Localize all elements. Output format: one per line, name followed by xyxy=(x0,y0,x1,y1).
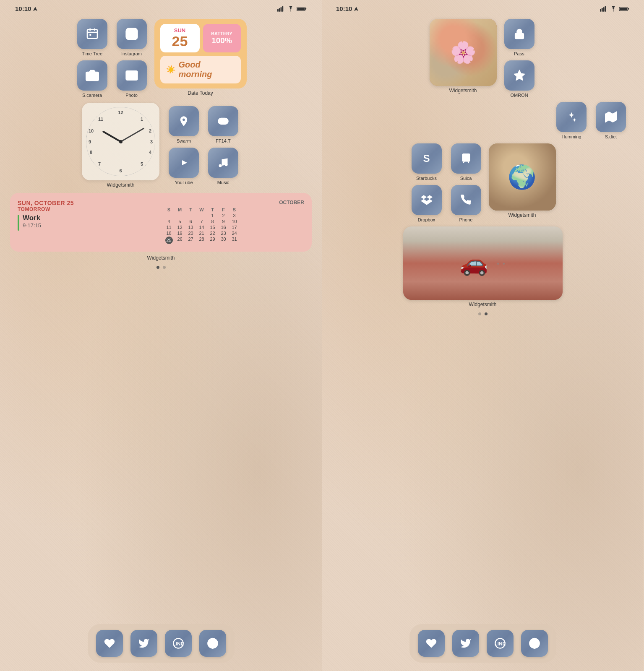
star-icon xyxy=(514,70,525,81)
time-tree-icon[interactable] xyxy=(77,19,107,49)
suica-icon[interactable] xyxy=(451,143,481,174)
battery-icon-right xyxy=(619,6,629,11)
clock-minute-hand xyxy=(120,127,145,142)
globe-icon-left xyxy=(207,637,219,649)
omron-label: OMRON xyxy=(510,93,528,98)
music-icon[interactable] xyxy=(208,148,238,178)
clock-num-10: 10 xyxy=(89,128,94,133)
music-wrapper[interactable]: Music xyxy=(206,148,240,185)
dropbox-wrapper[interactable]: Dropbox xyxy=(410,185,443,222)
widgetsmith-globe-widget[interactable]: 🌍 xyxy=(489,143,556,211)
widgetsmith-car-widget[interactable]: 🚗 ● ● xyxy=(403,226,563,300)
dock-line-left[interactable]: LINE xyxy=(165,630,192,657)
svg-point-15 xyxy=(129,31,134,36)
svg-point-36 xyxy=(613,10,614,11)
widgetsmith-flower-widget[interactable]: 🌸 xyxy=(430,19,497,86)
dock-safari-left[interactable] xyxy=(199,630,226,657)
svg-rect-35 xyxy=(605,6,606,12)
time-left: 10:10 xyxy=(15,5,31,12)
youtube-wrapper[interactable]: YouTube xyxy=(167,148,201,185)
starbucks-icon[interactable]: S xyxy=(412,143,442,174)
svg-rect-32 xyxy=(600,9,601,11)
dock-safari-right[interactable] xyxy=(521,630,548,657)
clock-num-8: 8 xyxy=(90,150,92,155)
svg-rect-19 xyxy=(218,118,228,124)
cal-event-title: Work xyxy=(23,214,41,222)
gamepad-icon xyxy=(217,115,229,127)
swarm-icon[interactable] xyxy=(169,106,199,136)
ff14-wrapper[interactable]: FF14.T xyxy=(206,106,240,143)
instagram-icon[interactable] xyxy=(117,19,147,49)
gm-icon: ☀️ xyxy=(166,65,175,74)
humming-wrapper[interactable]: Humming xyxy=(555,102,588,139)
right-phone-screen: 10:10 xyxy=(322,0,644,671)
svg-rect-7 xyxy=(297,8,305,10)
instagram-glyph xyxy=(125,27,138,41)
suica-label: Suica xyxy=(460,176,472,181)
dock-heart-right[interactable] xyxy=(418,630,445,657)
sdiet-label: S.diet xyxy=(605,134,617,139)
omron-icon[interactable] xyxy=(504,60,534,91)
svg-point-23 xyxy=(225,120,226,120)
clock-num-5: 5 xyxy=(141,161,143,166)
pass-label: Pass xyxy=(514,51,524,56)
dock-line-right[interactable]: LINE xyxy=(487,630,514,657)
svg-marker-42 xyxy=(605,112,616,122)
photo-label: Photo xyxy=(125,93,138,98)
sparkle-icon xyxy=(566,111,577,123)
dock-twitter-right[interactable] xyxy=(452,630,479,657)
photo-icon[interactable] xyxy=(117,60,147,91)
page-dot-1 xyxy=(156,266,159,269)
svg-rect-2 xyxy=(281,7,282,12)
cal-event-bar xyxy=(18,215,19,231)
heart-icon-left xyxy=(104,637,115,649)
dock-twitter-left[interactable] xyxy=(130,630,157,657)
page-dot-r1 xyxy=(478,312,481,315)
apps-grid-right: Swarm FF14.T xyxy=(167,106,240,185)
clock-num-9: 9 xyxy=(89,139,91,144)
time-tree-wrapper[interactable]: Time Tree xyxy=(76,19,109,56)
svg-point-16 xyxy=(134,30,136,32)
sdiet-wrapper[interactable]: S.diet xyxy=(594,102,628,139)
dropbox-icon[interactable] xyxy=(412,185,442,215)
instagram-wrapper[interactable]: Instagram xyxy=(115,19,149,56)
calendar-icon xyxy=(86,27,99,41)
svg-point-27 xyxy=(225,163,228,166)
line-icon-right: LINE xyxy=(494,637,506,649)
phone-icon[interactable] xyxy=(451,185,481,215)
omron-wrapper[interactable]: OMRON xyxy=(503,60,536,98)
scamera-wrapper[interactable]: S.camera xyxy=(76,60,109,98)
cal-month-label: OCTOBER xyxy=(165,200,305,205)
pass-wrapper[interactable]: Pass xyxy=(503,19,536,56)
dropbox-label: Dropbox xyxy=(418,217,435,222)
youtube-icon[interactable] xyxy=(169,148,199,178)
scamera-icon[interactable] xyxy=(77,60,107,91)
status-icons-left xyxy=(277,6,307,12)
sdiet-icon[interactable] xyxy=(596,102,626,132)
pass-icon[interactable] xyxy=(504,19,534,49)
svg-text:LINE: LINE xyxy=(494,641,506,646)
ff14-icon[interactable] xyxy=(208,106,238,136)
starbucks-wrapper[interactable]: S Starbucks xyxy=(410,143,443,181)
svg-point-18 xyxy=(128,73,130,75)
humming-label: Humming xyxy=(561,134,581,139)
apps-col-instagram: Instagram Photo xyxy=(115,19,149,98)
humming-icon[interactable] xyxy=(556,102,587,132)
calendar-widget-label: Widgetsmith xyxy=(8,255,313,261)
swarm-wrapper[interactable]: Swarm xyxy=(167,106,201,143)
photo-wrapper[interactable]: Photo xyxy=(115,60,149,98)
status-bar-left: 10:10 xyxy=(8,0,313,16)
suica-wrapper[interactable]: Suica xyxy=(449,143,483,181)
dock-heart-left[interactable] xyxy=(96,630,123,657)
phone-wrapper[interactable]: Phone xyxy=(449,185,483,222)
clock-num-12: 12 xyxy=(118,110,123,115)
suica-phone-col: Suica Phone xyxy=(449,143,483,222)
widgetsmith-flower-label: Widgetsmith xyxy=(449,88,477,94)
svg-rect-12 xyxy=(89,34,91,36)
phone-label: Phone xyxy=(459,217,473,222)
clock-num-11: 11 xyxy=(98,117,103,122)
time-right: 10:10 xyxy=(336,5,352,12)
wifi-icon-left xyxy=(287,6,295,12)
svg-point-49 xyxy=(467,158,468,159)
page-dots-left xyxy=(8,266,313,269)
